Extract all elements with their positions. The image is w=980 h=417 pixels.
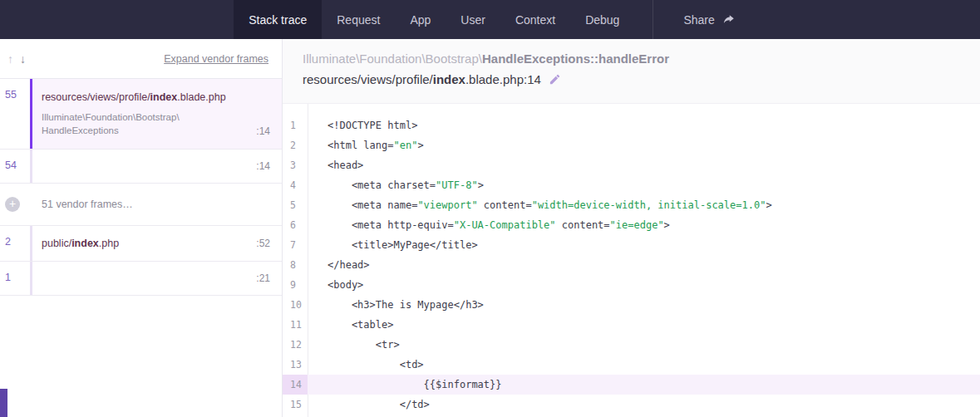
exception-namespace: Illuminate\Foundation\Bootstrap\ — [303, 52, 482, 66]
frame-class: Illuminate\Foundation\Bootstrap\ HandleE… — [42, 110, 180, 137]
line-code: <title>MyPage</title> — [308, 235, 478, 255]
exception-header: Illuminate\Foundation\Bootstrap\HandleEx… — [283, 39, 980, 104]
line-code: <tr> — [308, 335, 400, 355]
line-number: 2 — [283, 135, 308, 155]
line-code: <meta name="viewport" content="width=dev… — [308, 195, 772, 215]
code-line: 13 <td> — [283, 355, 980, 375]
line-code: </head> — [308, 255, 370, 275]
share-label: Share — [683, 13, 714, 27]
code-viewer: 1<!DOCTYPE html>2<html lang="en">3<head>… — [283, 104, 980, 417]
frame-class-namespace: Illuminate\Foundation\Bootstrap\ — [42, 112, 180, 122]
share-icon — [722, 13, 735, 26]
file-prefix: public/ — [42, 238, 71, 249]
expand-vendor-frames-link[interactable]: Expand vendor frames — [164, 53, 268, 65]
file-basename: index — [71, 238, 99, 249]
edit-file-icon[interactable] — [549, 73, 561, 86]
line-code: <h3>The is Mypage</h3> — [308, 295, 484, 315]
code-line: 5 <meta name="viewport" content="width=d… — [283, 195, 980, 215]
line-number: 4 — [283, 175, 308, 195]
vendor-frames-row[interactable]: + 51 vendor frames… — [0, 184, 282, 226]
line-number: 8 — [283, 255, 308, 275]
frame-line-number: :52 — [256, 238, 270, 249]
code-lines: 1<!DOCTYPE html>2<html lang="en">3<head>… — [283, 115, 980, 415]
code-line: 3<head> — [283, 155, 980, 175]
top-nav: Stack traceRequestAppUserContextDebug Sh… — [0, 0, 980, 39]
line-code: <meta charset="UTF-8"> — [308, 175, 484, 195]
stack-frame[interactable]: 2 public/index.php :52 — [0, 226, 282, 262]
tab-app[interactable]: App — [395, 0, 446, 39]
frame-file-path: public/index.php — [42, 238, 119, 249]
code-line: 14 {{$informat}} — [283, 375, 980, 395]
code-line: 8</head> — [283, 255, 980, 275]
nav-tabs: Stack traceRequestAppUserContextDebug — [234, 0, 634, 39]
code-line: 1<!DOCTYPE html> — [283, 115, 980, 135]
frame-line-number: :21 — [256, 272, 270, 284]
main-panel: Illuminate\Foundation\Bootstrap\HandleEx… — [283, 39, 980, 417]
file-basename: index — [433, 72, 465, 86]
code-line: 6 <meta http-equiv="X-UA-Compatible" con… — [283, 215, 980, 235]
line-code: <meta http-equiv="X-UA-Compatible" conte… — [308, 215, 670, 235]
tab-user[interactable]: User — [446, 0, 500, 39]
line-number: 14 — [283, 375, 308, 395]
line-code: <td> — [308, 355, 424, 375]
line-number: 3 — [283, 155, 308, 175]
vendor-frames-label: 51 vendor frames… — [42, 199, 133, 210]
frame-class-name: HandleExceptions — [42, 125, 119, 135]
down-arrow-icon[interactable]: ↓ — [17, 52, 29, 66]
scrollbar-thumb[interactable] — [0, 389, 7, 417]
line-number: 11 — [283, 315, 308, 335]
frame-file-path: resources/views/profile/index.blade.php — [42, 91, 270, 103]
expand-plus-icon[interactable]: + — [5, 197, 20, 212]
code-line: 15 </td> — [283, 395, 980, 415]
code-line: 9<body> — [283, 275, 980, 295]
line-number: 12 — [283, 335, 308, 355]
tab-context[interactable]: Context — [500, 0, 570, 39]
share-button[interactable]: Share — [672, 0, 746, 39]
tab-request[interactable]: Request — [322, 0, 395, 39]
line-number: 15 — [283, 395, 308, 415]
stack-frame[interactable]: 54 :14 — [0, 150, 282, 184]
stack-trace-sidebar: ↑ ↓ Expand vendor frames 55 resources/vi… — [0, 39, 283, 417]
line-code: <head> — [308, 155, 363, 175]
file-prefix: resources/views/profile/ — [303, 72, 433, 86]
nav-divider — [653, 0, 653, 39]
line-code: </td> — [308, 395, 430, 415]
frame-line-number: :14 — [256, 125, 270, 137]
line-number: 7 — [283, 235, 308, 255]
line-number: 6 — [283, 215, 308, 235]
file-prefix: resources/views/profile/ — [42, 91, 150, 103]
frame-number: 2 — [0, 226, 30, 261]
file-suffix: .php — [99, 238, 119, 249]
line-code: <table> — [308, 315, 393, 335]
line-number: 1 — [283, 115, 308, 135]
frame-number: 54 — [0, 150, 30, 183]
tab-debug[interactable]: Debug — [570, 0, 634, 39]
line-number: 13 — [283, 355, 308, 375]
exception-method: HandleExceptions::handleError — [482, 52, 669, 66]
line-code: <!DOCTYPE html> — [308, 115, 417, 135]
open-file-path: resources/views/profile/index.blade.php:… — [303, 72, 960, 86]
line-code: <html lang="en"> — [308, 135, 424, 155]
code-line: 11 <table> — [283, 315, 980, 335]
line-number: 10 — [283, 295, 308, 315]
code-line: 10 <h3>The is Mypage</h3> — [283, 295, 980, 315]
code-line: 2<html lang="en"> — [283, 135, 980, 155]
frame-number: 55 — [0, 79, 30, 149]
file-suffix: .blade.php:14 — [465, 72, 541, 86]
line-code: <body> — [308, 275, 363, 295]
sidebar-header: ↑ ↓ Expand vendor frames — [0, 39, 282, 79]
stack-frame[interactable]: 55 resources/views/profile/index.blade.p… — [0, 79, 282, 150]
code-line: 4 <meta charset="UTF-8"> — [283, 175, 980, 195]
code-line: 7 <title>MyPage</title> — [283, 235, 980, 255]
up-arrow-icon[interactable]: ↑ — [4, 52, 17, 66]
line-code: {{$informat}} — [308, 375, 502, 395]
frame-number: 1 — [0, 262, 30, 295]
frame-line-number: :14 — [256, 160, 270, 172]
line-number: 5 — [283, 195, 308, 215]
file-suffix: .blade.php — [177, 91, 225, 103]
exception-class: Illuminate\Foundation\Bootstrap\HandleEx… — [303, 52, 960, 66]
stack-frame[interactable]: 1 :21 — [0, 262, 282, 296]
tab-stack-trace[interactable]: Stack trace — [234, 0, 322, 39]
code-line: 12 <tr> — [283, 335, 980, 355]
line-number: 9 — [283, 275, 308, 295]
